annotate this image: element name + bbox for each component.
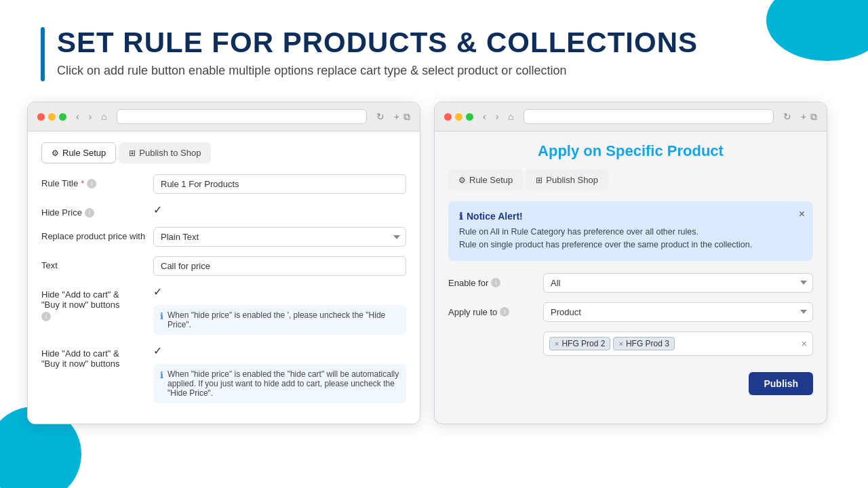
rule-title-info-icon: i xyxy=(87,179,96,188)
right-panel-title: Apply on Specific Product xyxy=(448,142,813,160)
replace-price-label: Replace product price with xyxy=(41,227,146,241)
info-icon-1: ℹ xyxy=(160,311,163,321)
hide-buttons-row-2: Hide "Add to cart" & "Buy it now" button… xyxy=(41,344,406,403)
tags-input-container[interactable]: × HFG Prod 2 × HFG Prod 3 × xyxy=(543,331,813,356)
left-browser-toolbar: ‹ › ⌂ ↻ + ⧉ xyxy=(28,102,420,131)
tag-label-hfg-prod-2: HFG Prod 2 xyxy=(561,339,605,348)
right-gear-icon: ⚙ xyxy=(458,176,466,185)
left-browser-nav: ‹ › ⌂ xyxy=(73,110,110,123)
left-browser-actions: + ⧉ xyxy=(394,111,410,123)
notice-info-icon: ℹ xyxy=(459,211,462,222)
info-icon-2: ℹ xyxy=(160,370,163,380)
right-panel-content: Apply on Specific Product ⚙ Rule Setup ⊞… xyxy=(435,131,827,409)
refresh-btn[interactable]: ↻ xyxy=(374,110,387,123)
notice-alert-header: ℹ Notice Alert! xyxy=(459,211,802,222)
tags-text-input[interactable] xyxy=(677,338,799,348)
window-icon: ⧉ xyxy=(403,111,410,123)
sub-title: Click on add rule button enable multiple… xyxy=(57,64,698,78)
left-traffic-lights xyxy=(37,113,66,121)
right-window-icon: ⧉ xyxy=(810,111,817,123)
right-back-btn[interactable]: ‹ xyxy=(480,110,489,123)
rule-title-input[interactable] xyxy=(153,174,406,194)
right-traffic-lights xyxy=(444,113,473,121)
right-browser-nav: ‹ › ⌂ xyxy=(480,110,517,123)
text-input[interactable] xyxy=(153,256,406,276)
required-mark: * xyxy=(81,178,84,188)
tag-hfg-prod-2: × HFG Prod 2 xyxy=(549,337,610,350)
text-row: Text xyxy=(41,256,406,276)
notice-alert-body: Rule on All in Rule Category has prefere… xyxy=(459,226,802,251)
publish-button[interactable]: Publish xyxy=(749,372,813,395)
hide-buttons-row-1: Hide "Add to cart" & "Buy it now" button… xyxy=(41,285,406,335)
tl-green[interactable] xyxy=(59,113,66,121)
main-title: SET RULE FOR PRODUCTS & COLLECTIONS xyxy=(57,27,698,58)
right-browser-actions: + ⧉ xyxy=(801,111,817,123)
plus-icon: + xyxy=(394,111,399,123)
left-browser-content: ⚙ Rule Setup ⊞ Publish to Shop Rule Titl… xyxy=(28,131,420,424)
notice-close-btn[interactable]: × xyxy=(799,208,805,220)
tab-publish-to-shop[interactable]: ⊞ Publish to Shop xyxy=(119,142,211,163)
tl-yellow[interactable] xyxy=(48,113,56,121)
publish-row: Publish xyxy=(448,365,813,395)
right-grid-icon: ⊞ xyxy=(536,176,542,185)
tl-red[interactable] xyxy=(37,113,45,121)
right-browser-window: ‹ › ⌂ ↻ + ⧉ Apply on Specific Product ⚙ … xyxy=(434,102,827,424)
tag-remove-hfg-prod-3[interactable]: × xyxy=(618,340,623,348)
tag-remove-hfg-prod-2[interactable]: × xyxy=(555,340,559,348)
apply-rule-label: Apply rule to i xyxy=(448,307,536,317)
right-refresh-btn[interactable]: ↻ xyxy=(781,110,794,123)
header-section: SET RULE FOR PRODUCTS & COLLECTIONS Clic… xyxy=(0,0,868,95)
rule-title-label: Rule Title * i xyxy=(41,174,146,188)
right-home-btn[interactable]: ⌂ xyxy=(505,110,516,123)
hide-buttons-label-2: Hide "Add to cart" & "Buy it now" button… xyxy=(41,344,146,369)
right-tab-publish-shop[interactable]: ⊞ Publish Shop xyxy=(526,169,608,190)
replace-price-row: Replace product price with Plain Text Cu… xyxy=(41,227,406,247)
left-browser-window: ‹ › ⌂ ↻ + ⧉ ⚙ Rule Setup ⊞ Publish to xyxy=(27,102,420,424)
right-url-bar[interactable] xyxy=(524,109,774,124)
grid-icon: ⊞ xyxy=(129,148,136,158)
hide-buttons-alert-2: ℹ When "hide price" is enabled the "hide… xyxy=(153,364,406,403)
right-browser-toolbar: ‹ › ⌂ ↻ + ⧉ xyxy=(435,102,827,131)
screenshots-row: ‹ › ⌂ ↻ + ⧉ ⚙ Rule Setup ⊞ Publish to xyxy=(0,102,868,424)
tags-clear-btn[interactable]: × xyxy=(802,338,807,349)
hide-buttons-label-1: Hide "Add to cart" & "Buy it now" button… xyxy=(41,285,146,321)
hide-price-checkbox[interactable]: ✓ xyxy=(153,203,162,216)
rule-title-row: Rule Title * i xyxy=(41,174,406,194)
home-btn[interactable]: ⌂ xyxy=(98,110,109,123)
right-forward-btn[interactable]: › xyxy=(493,110,502,123)
enable-for-info-icon: i xyxy=(491,278,500,287)
header-text-block: SET RULE FOR PRODUCTS & COLLECTIONS Clic… xyxy=(57,27,698,78)
forward-btn[interactable]: › xyxy=(86,110,95,123)
enable-for-label: Enable for i xyxy=(448,278,536,288)
text-label: Text xyxy=(41,256,146,270)
hide-price-label: Hide Price i xyxy=(41,203,146,218)
right-tl-red[interactable] xyxy=(444,113,452,121)
tag-hfg-prod-3: × HFG Prod 3 xyxy=(613,337,674,350)
tags-row: × HFG Prod 2 × HFG Prod 3 × xyxy=(448,331,813,356)
apply-rule-select[interactable]: Product Collection All xyxy=(543,302,813,322)
left-tabs-row: ⚙ Rule Setup ⊞ Publish to Shop xyxy=(41,142,406,163)
hide-price-row: Hide Price i ✓ xyxy=(41,203,406,218)
back-btn[interactable]: ‹ xyxy=(73,110,82,123)
hide-buttons-info-icon-1: i xyxy=(41,312,51,321)
right-tab-rule-setup[interactable]: ⚙ Rule Setup xyxy=(448,169,523,190)
apply-rule-row: Apply rule to i Product Collection All xyxy=(448,302,813,322)
header-left-bar xyxy=(41,27,45,81)
right-tabs-row: ⚙ Rule Setup ⊞ Publish Shop xyxy=(448,169,813,190)
hide-buttons-checkbox-2[interactable]: ✓ xyxy=(153,344,406,357)
header-border: SET RULE FOR PRODUCTS & COLLECTIONS Clic… xyxy=(41,27,827,81)
right-plus-icon: + xyxy=(801,111,806,123)
enable-for-select[interactable]: All Logged in Logged out xyxy=(543,273,813,293)
right-tl-yellow[interactable] xyxy=(455,113,462,121)
tab-rule-setup[interactable]: ⚙ Rule Setup xyxy=(41,142,116,163)
notice-alert: ℹ Notice Alert! Rule on All in Rule Cate… xyxy=(448,201,813,261)
left-url-bar[interactable] xyxy=(117,109,367,124)
right-tl-green[interactable] xyxy=(466,113,473,121)
apply-rule-info-icon: i xyxy=(500,307,509,317)
enable-for-row: Enable for i All Logged in Logged out xyxy=(448,273,813,293)
hide-buttons-checkbox-1[interactable]: ✓ xyxy=(153,285,406,298)
tag-label-hfg-prod-3: HFG Prod 3 xyxy=(626,339,669,348)
hide-buttons-alert-1: ℹ When "hide price" is enabled the ', pl… xyxy=(153,305,406,335)
hide-price-info-icon: i xyxy=(85,208,94,218)
replace-price-select[interactable]: Plain Text Custom HTML Login Link xyxy=(153,227,406,247)
